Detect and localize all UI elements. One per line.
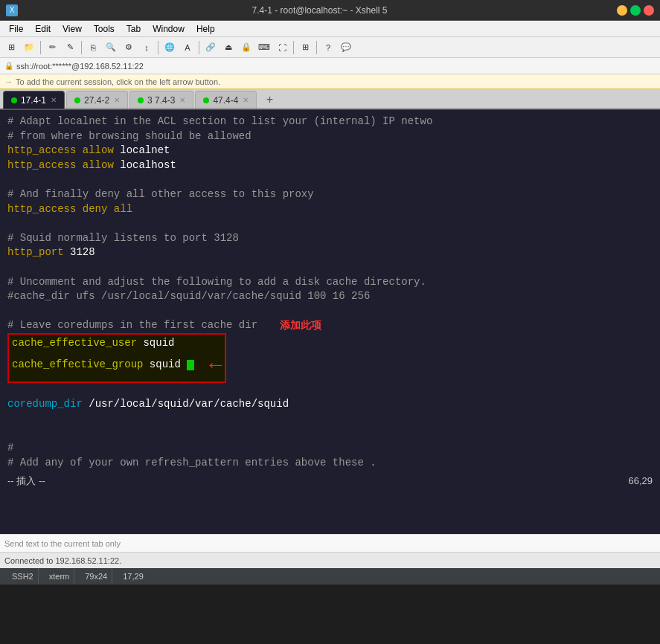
cursor: [187, 360, 194, 370]
session-bar: → To add the current session, click on t…: [0, 74, 660, 89]
tab-bar: 17.4-1 ✕ 27.4-2 ✕ 3 7.4-3 ✕ 47.4-4 ✕ +: [0, 89, 660, 110]
status-dimensions: 79x24: [80, 568, 112, 585]
tab-4-dot: [203, 97, 209, 103]
line-15: # Leave coredumps in the first cache dir: [7, 318, 257, 333]
copy-button[interactable]: ⎘: [85, 39, 101, 56]
menu-tab[interactable]: Tab: [121, 22, 147, 36]
menu-view[interactable]: View: [57, 22, 88, 36]
toolbar-sep1: [40, 41, 41, 54]
terminal-content[interactable]: # Adapt localnet in the ACL section to l…: [0, 110, 660, 534]
tab-4-close[interactable]: ✕: [243, 96, 249, 104]
menu-window[interactable]: Window: [147, 22, 190, 36]
tab-2-label: 27.4-2: [84, 95, 109, 106]
line-23: # Add any of your own refresh_pattern en…: [7, 456, 653, 471]
line-5: [7, 173, 653, 187]
status-position: 17,29: [118, 568, 148, 585]
menu-edit[interactable]: Edit: [29, 22, 57, 36]
line-12: # Uncomment and adjust the following to …: [7, 275, 653, 290]
xterm-label: xterm: [49, 572, 70, 581]
settings-button[interactable]: ⚙: [121, 39, 137, 56]
status-ssh: SSH2: [7, 568, 39, 585]
menu-help[interactable]: Help: [190, 22, 221, 36]
line-20: [7, 412, 653, 427]
chat-button[interactable]: 💬: [338, 39, 354, 56]
connected-bar: Connected to 192.168.52.11:22.: [0, 552, 660, 568]
line-11: [7, 260, 653, 275]
line-15-container: # Leave coredumps in the first cache dir…: [7, 318, 653, 333]
window-controls: [617, 5, 654, 16]
transfer-button[interactable]: ↕: [138, 39, 155, 56]
lock-icon: 🔒: [4, 62, 13, 70]
tab-3-close[interactable]: ✕: [179, 96, 185, 104]
toolbar: ⊞ 📁 ✏ ✎ ⎘ 🔍 ⚙ ↕ 🌐 A 🔗 ⏏ 🔒 ⌨ ⛶ ⊞ ? 💬: [0, 37, 660, 58]
line-8: [7, 216, 653, 231]
vim-status-line: -- 插入 -- 66,29: [7, 474, 653, 488]
disconnect-button[interactable]: ⏏: [220, 39, 237, 56]
tab-3[interactable]: 3 7.4-3 ✕: [129, 91, 193, 109]
toolbar-sep4: [199, 41, 199, 54]
line-17: cache_effective_group squid: [12, 358, 194, 373]
search-button[interactable]: 🔍: [103, 39, 119, 56]
layout-button[interactable]: ⊞: [297, 39, 313, 56]
tab-1-label: 17.4-1: [21, 95, 46, 106]
font-button[interactable]: A: [179, 39, 196, 56]
line-16: cache_effective_user squid: [12, 336, 222, 351]
connected-text: Connected to 192.168.52.11:22.: [4, 556, 121, 565]
session-text: To add the current session, click on the…: [16, 77, 220, 86]
menu-bar: File Edit View Tools Tab Window Help: [0, 21, 660, 37]
address-bar: 🔒 ssh://root:******@192.168.52.11:22: [0, 58, 660, 74]
line-6: # And finally deny all other access to t…: [7, 187, 653, 202]
ssh-label: SSH2: [12, 572, 33, 581]
tab-2[interactable]: 27.4-2 ✕: [66, 91, 128, 109]
minimize-button[interactable]: [617, 5, 627, 16]
help-button[interactable]: ?: [320, 39, 336, 56]
address-url: ssh://root:******@192.168.52.11:22: [16, 62, 144, 71]
line-7: http_access deny all: [7, 202, 653, 217]
close-button[interactable]: [644, 5, 654, 16]
toolbar-sep5: [293, 41, 294, 54]
toolbar-sep6: [316, 41, 317, 54]
window-title: 7.4-1 - root@localhost:~ - Xshell 5: [22, 5, 617, 16]
highlight-block: cache_effective_user squid cache_effecti…: [7, 333, 226, 383]
line-2: # from where browsing should be allowed: [7, 129, 653, 144]
menu-tools[interactable]: Tools: [88, 22, 121, 36]
edit2-button[interactable]: ✎: [62, 39, 78, 56]
annotation-text: 添加此项: [280, 318, 321, 333]
insert-mode-label: -- 插入 --: [7, 474, 45, 488]
connect-button[interactable]: 🔗: [202, 39, 219, 56]
tab-4[interactable]: 47.4-4 ✕: [195, 91, 257, 109]
send-text-label: Send text to the current tab only: [4, 539, 121, 548]
tab-1-close[interactable]: ✕: [51, 96, 57, 104]
line-18: [7, 383, 653, 398]
fullscreen-button[interactable]: ⛶: [274, 39, 290, 56]
send-text-bar: Send text to the current tab only: [0, 534, 660, 552]
tab-1[interactable]: 17.4-1 ✕: [3, 91, 65, 109]
tab-3-dot: [138, 97, 144, 103]
position-label: 17,29: [123, 572, 144, 581]
line-9: # Squid normally listens to port 3128: [7, 231, 653, 246]
tab-2-dot: [74, 97, 80, 103]
line-17-container: cache_effective_group squid ←: [12, 351, 222, 380]
tab-4-label: 47.4-4: [213, 95, 238, 106]
maximize-button[interactable]: [630, 5, 641, 16]
open-button[interactable]: 📁: [21, 39, 37, 56]
line-21: [7, 426, 653, 441]
arrow-annotation: ←: [209, 351, 222, 380]
keyboard-button[interactable]: ⌨: [256, 39, 272, 56]
title-bar: X 7.4-1 - root@localhost:~ - Xshell 5: [0, 0, 660, 21]
bottom-status-bar: SSH2 xterm 79x24 17,29: [0, 568, 660, 585]
arrow-icon: →: [4, 77, 13, 86]
keylock-button[interactable]: 🔒: [238, 39, 254, 56]
tab-2-close[interactable]: ✕: [114, 96, 120, 104]
cursor-position: 66,29: [628, 474, 653, 488]
dimensions-label: 79x24: [85, 572, 107, 581]
globe-button[interactable]: 🌐: [161, 39, 178, 56]
line-10: http_port 3128: [7, 245, 653, 260]
add-tab-button[interactable]: +: [261, 92, 278, 109]
tab-3-label: 3 7.4-3: [147, 95, 175, 106]
new-session-button[interactable]: ⊞: [3, 39, 19, 56]
line-1: # Adapt localnet in the ACL section to l…: [7, 115, 653, 129]
line-22: #: [7, 441, 653, 456]
menu-file[interactable]: File: [3, 22, 29, 36]
edit-button[interactable]: ✏: [44, 39, 60, 56]
